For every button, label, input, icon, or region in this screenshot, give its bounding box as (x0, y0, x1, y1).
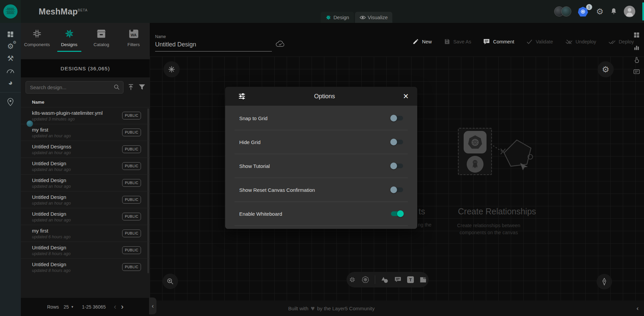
panel-collapse-chevron[interactable]: ‹ (149, 297, 156, 314)
tab-filters[interactable]: WA Filters (117, 23, 150, 59)
enable-whiteboard-toggle[interactable] (391, 211, 403, 216)
option-divider (235, 225, 408, 226)
collaborator-avatar-2[interactable] (561, 6, 571, 16)
strip-chart-icon[interactable] (633, 44, 640, 51)
zoom-in-button[interactable] (163, 274, 178, 289)
snap-to-grid-toggle[interactable] (391, 116, 403, 120)
search-input[interactable] (26, 81, 123, 94)
hide-grid-toggle[interactable] (391, 140, 403, 144)
nav-performance-icon[interactable] (0, 65, 21, 77)
save-as-button[interactable]: Save As (444, 38, 471, 45)
tab-design[interactable]: Design (321, 12, 354, 23)
visibility-badge: PUBLIC (122, 145, 141, 153)
prev-page-chevron[interactable]: ‹ (114, 303, 116, 311)
designs-panel: Components Designs (21, 23, 150, 316)
validate-button[interactable]: Validate (526, 38, 553, 45)
strip-grid-icon[interactable] (633, 32, 640, 38)
visibility-badge: PUBLIC (122, 230, 141, 237)
nav-meshmap-pin-icon[interactable] (0, 96, 21, 108)
tab-designs-label: Designs (61, 42, 77, 47)
beta-badge: BETA (78, 8, 87, 12)
design-updated: updated an hour ago (32, 150, 71, 155)
toggle-knob (390, 139, 397, 145)
nav-extensions-icon[interactable]: ◕ (0, 77, 21, 89)
zoom-in-icon (167, 278, 174, 285)
settings-gear-icon[interactable]: ⚙ (596, 7, 604, 16)
strip-board-icon[interactable] (633, 69, 640, 74)
undeploy-button[interactable]: Undeploy (565, 38, 596, 45)
option-show-reset-confirmation: Show Reset Canvas Confirmation (225, 178, 417, 202)
design-row[interactable]: Untitled Designupdated an hour ago PUBLI… (21, 191, 150, 208)
design-row[interactable]: Untitled Designupdated an hour ago PUBLI… (21, 157, 150, 174)
freehand-draw-button[interactable] (597, 274, 612, 289)
design-name: Untitled Design (32, 161, 71, 166)
design-row[interactable]: my firstupdated an hour ago PUBLIC (21, 124, 150, 141)
nav-dashboard-icon[interactable] (0, 28, 21, 40)
visibility-badge: PUBLIC (122, 263, 141, 271)
collaborator-avatars (554, 6, 571, 16)
show-tutorial-toggle[interactable] (391, 164, 403, 168)
layer5-logo[interactable] (0, 0, 21, 23)
deploy-label: Deploy (619, 39, 634, 44)
user-avatar[interactable] (624, 6, 635, 17)
new-button[interactable]: New (413, 38, 432, 45)
dock-shapes-icon[interactable] (381, 276, 389, 283)
design-row[interactable]: Untitled Designupdated 8 hours ago PUBLI… (21, 258, 150, 275)
design-row[interactable]: Untitled Designupdated an hour ago PUBLI… (21, 208, 150, 225)
dock-text-icon[interactable]: T (407, 276, 414, 283)
kubernetes-context-button[interactable]: 1 (578, 6, 589, 17)
design-row[interactable]: my firstupdated 6 hours ago PUBLIC (21, 225, 150, 242)
panel-tabs: Components Designs (21, 23, 150, 59)
notifications-bell-icon[interactable] (610, 8, 617, 15)
dock-comment-icon[interactable] (394, 276, 401, 283)
deploy-button[interactable]: Deploy (608, 38, 634, 45)
designs-spiral-icon (64, 28, 75, 39)
tab-components[interactable]: Components (21, 23, 53, 59)
meshmap-spiral-icon (325, 14, 331, 21)
footer-collapse-chevron[interactable]: ‹ (637, 305, 639, 312)
user-avatar-body (626, 12, 633, 16)
app-header: MeshMapBETA Design (0, 0, 644, 23)
tab-filters-label: Filters (128, 42, 140, 47)
close-icon[interactable]: × (403, 92, 408, 101)
design-row[interactable]: Untitled Designupdated 8 hours ago PUBLI… (21, 242, 150, 258)
design-toolbar: New Save As Comment Validate Undeploy De… (413, 38, 634, 45)
right-tool-strip (633, 32, 640, 74)
tab-designs[interactable]: Designs (53, 23, 85, 59)
dock-media-icon[interactable] (420, 277, 427, 283)
dock-components-icon[interactable] (349, 276, 356, 283)
design-name-input[interactable] (155, 40, 272, 51)
column-header-name: Name (21, 97, 150, 107)
design-row[interactable]: Untitled Designupdated an hour ago PUBLI… (21, 174, 150, 191)
upload-design-icon[interactable] (127, 83, 135, 91)
design-updated: updated an hour ago (32, 218, 71, 222)
strip-touch-icon[interactable] (633, 57, 640, 63)
floppy-icon (444, 38, 450, 45)
canvas-footer: Built with ♥ by the Layer5 Community ‹ (150, 301, 644, 316)
canvas-settings-button[interactable]: ⚙ (598, 61, 614, 77)
tab-visualize[interactable]: Visualize (355, 12, 393, 23)
tab-underline (25, 51, 49, 52)
design-row[interactable]: k8s-wasm-plugin-ratelimiter.ymlupdated 3… (21, 107, 150, 124)
freeze-layout-button[interactable] (164, 61, 180, 77)
accent-edge-strip (642, 2, 644, 21)
nav-lifecycle-icon[interactable]: ⚙⚙ (0, 40, 21, 52)
visibility-badge: PUBLIC (122, 179, 141, 187)
meshmap-window: MeshMapBETA Design (0, 0, 644, 316)
design-row[interactable]: Untitled Designssupdated an hour ago PUB… (21, 141, 150, 157)
tab-catalog[interactable]: Catalog (85, 23, 118, 59)
nav-configuration-icon[interactable]: ⚒ (0, 52, 21, 65)
dock-kubernetes-icon[interactable] (362, 276, 369, 283)
comment-button[interactable]: Comment (483, 38, 514, 45)
design-name: Untitled Design (32, 261, 71, 267)
hint-meshsync-circle (467, 156, 484, 173)
comment-icon (483, 38, 490, 45)
filter-funnel-icon[interactable] (138, 84, 146, 91)
option-label: Show Reset Canvas Confirmation (239, 187, 315, 193)
new-label: New (422, 39, 432, 44)
tab-underline (121, 51, 146, 52)
next-page-chevron[interactable]: › (121, 303, 123, 311)
reset-confirmation-toggle[interactable] (391, 187, 403, 192)
undeploy-label: Undeploy (576, 39, 596, 44)
page-size-select[interactable]: 25▼ (64, 304, 74, 310)
